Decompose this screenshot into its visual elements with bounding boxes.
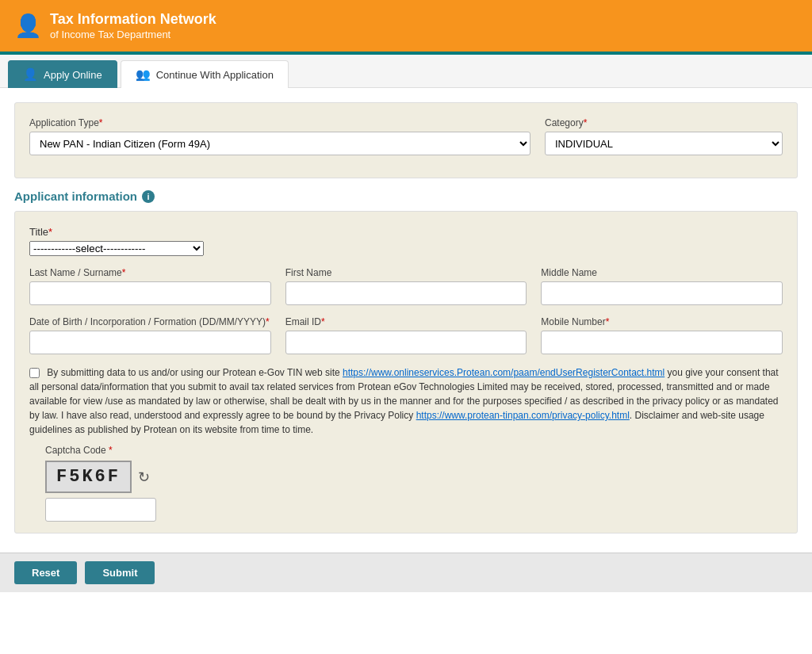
tab-continue-application[interactable]: 👥 Continue With Application bbox=[121, 60, 289, 88]
captcha-image: F5K6F bbox=[45, 461, 132, 493]
category-label: Category* bbox=[545, 117, 783, 128]
submit-button[interactable]: Submit bbox=[85, 561, 155, 584]
mobile-group: Mobile Number* bbox=[541, 316, 783, 354]
captcha-section: Captcha Code * F5K6F ↻ bbox=[29, 445, 783, 522]
info-icon[interactable]: i bbox=[142, 190, 155, 203]
dob-input[interactable] bbox=[29, 331, 271, 354]
consent-text-before: By submitting data to us and/or using ou… bbox=[47, 367, 343, 378]
applicant-info-heading-text: Applicant information bbox=[14, 189, 137, 203]
first-name-input[interactable] bbox=[285, 281, 527, 305]
captcha-input[interactable] bbox=[45, 498, 156, 522]
application-type-row: Application Type* New PAN - Indian Citiz… bbox=[29, 117, 783, 155]
tab-apply-online[interactable]: 👤 Apply Online bbox=[8, 60, 117, 88]
consent-checkbox[interactable] bbox=[29, 368, 40, 378]
app-type-required-mark: * bbox=[99, 117, 103, 128]
header-title-line2: of Income Tax Department bbox=[50, 29, 216, 41]
name-row: Last Name / Surname* First Name Middle N… bbox=[29, 267, 783, 305]
middle-name-input[interactable] bbox=[541, 281, 783, 305]
captcha-label: Captcha Code * bbox=[45, 445, 783, 456]
application-type-section: Application Type* New PAN - Indian Citiz… bbox=[14, 102, 798, 178]
application-type-group: Application Type* New PAN - Indian Citiz… bbox=[29, 117, 530, 155]
applicant-info-heading: Applicant information i bbox=[14, 189, 798, 203]
email-input[interactable] bbox=[285, 331, 527, 354]
middle-name-label: Middle Name bbox=[541, 267, 783, 278]
consent-label[interactable]: By submitting data to us and/or using ou… bbox=[29, 367, 779, 435]
mobile-label: Mobile Number* bbox=[541, 316, 783, 327]
last-name-label: Last Name / Surname* bbox=[29, 267, 271, 278]
title-row: Title* ------------select------------ Sh… bbox=[29, 226, 783, 256]
apply-online-icon: 👤 bbox=[23, 67, 38, 82]
continue-icon: 👥 bbox=[136, 67, 151, 82]
mobile-input[interactable] bbox=[541, 331, 783, 354]
captcha-row: F5K6F ↻ bbox=[45, 461, 783, 493]
tab-apply-online-label: Apply Online bbox=[44, 69, 102, 81]
main-content: Application Type* New PAN - Indian Citiz… bbox=[0, 88, 812, 553]
category-required-mark: * bbox=[584, 117, 588, 128]
tabs-bar: 👤 Apply Online 👥 Continue With Applicati… bbox=[0, 55, 812, 88]
dob-label: Date of Birth / Incorporation / Formatio… bbox=[29, 316, 271, 327]
consent-link1[interactable]: https://www.onlineservices.Protean.com/p… bbox=[343, 367, 665, 378]
header-person-icon: 👤 bbox=[14, 13, 42, 39]
first-name-label: First Name bbox=[285, 267, 527, 278]
applicant-info-section: Title* ------------select------------ Sh… bbox=[14, 211, 798, 534]
title-label: Title* bbox=[29, 226, 52, 238]
last-name-group: Last Name / Surname* bbox=[29, 267, 271, 305]
category-group: Category* INDIVIDUAL HINDU UNDIVIDED FAM… bbox=[545, 117, 783, 155]
email-label: Email ID* bbox=[285, 316, 527, 327]
applicant-info-heading-wrapper: Applicant information i bbox=[14, 189, 798, 203]
header-logo: Tax Information Network of Income Tax De… bbox=[50, 11, 216, 40]
title-select[interactable]: ------------select------------ Shri Smt … bbox=[29, 241, 204, 256]
category-select[interactable]: INDIVIDUAL HINDU UNDIVIDED FAMILY COMPAN… bbox=[545, 132, 783, 155]
consent-area: By submitting data to us and/or using ou… bbox=[29, 365, 783, 437]
reset-button[interactable]: Reset bbox=[14, 561, 77, 584]
application-type-label: Application Type* bbox=[29, 117, 530, 128]
last-name-input[interactable] bbox=[29, 281, 271, 305]
dob-group: Date of Birth / Incorporation / Formatio… bbox=[29, 316, 271, 354]
header-title-line1: Tax Information Network bbox=[50, 11, 216, 29]
footer-bar: Reset Submit bbox=[0, 553, 812, 592]
tab-continue-label: Continue With Application bbox=[156, 69, 274, 81]
application-type-select[interactable]: New PAN - Indian Citizen (Form 49A) New … bbox=[29, 132, 530, 155]
dob-email-mobile-row: Date of Birth / Incorporation / Formatio… bbox=[29, 316, 783, 354]
consent-link2[interactable]: https://www.protean-tinpan.com/privacy-p… bbox=[416, 410, 630, 421]
middle-name-group: Middle Name bbox=[541, 267, 783, 305]
title-select-wrapper: ------------select------------ Shri Smt … bbox=[29, 241, 783, 256]
email-group: Email ID* bbox=[285, 316, 527, 354]
captcha-refresh-icon[interactable]: ↻ bbox=[138, 469, 150, 486]
first-name-group: First Name bbox=[285, 267, 527, 305]
header: 👤 Tax Information Network of Income Tax … bbox=[0, 0, 812, 52]
